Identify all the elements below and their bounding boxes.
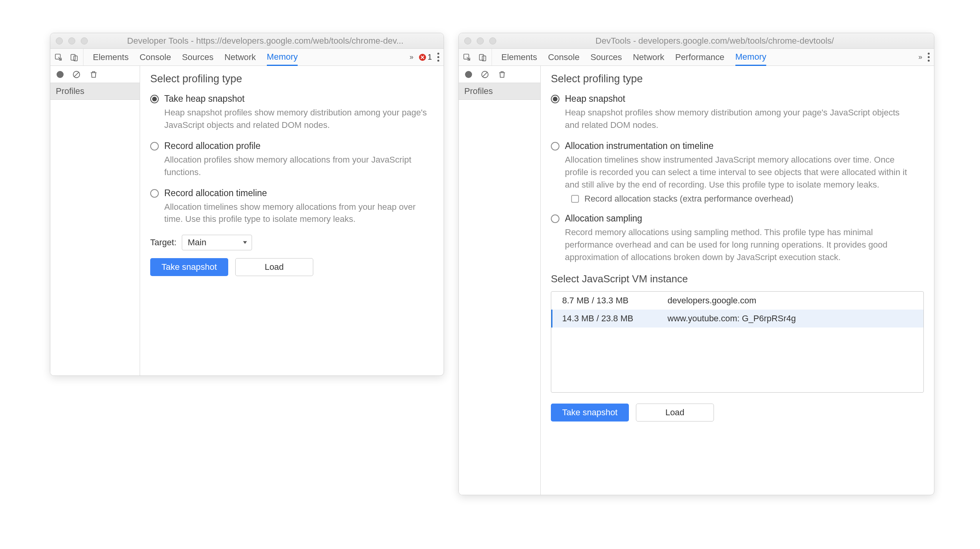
record-allocation-stacks-checkbox[interactable]: Record allocation stacks (extra performa… <box>571 194 924 204</box>
svg-line-9 <box>483 72 488 77</box>
traffic-lights <box>56 37 88 44</box>
option-label: Allocation instrumentation on timeline <box>565 141 714 151</box>
button-row: Take snapshot Load <box>150 258 433 276</box>
panel-body: Profiles Select profiling type Take heap… <box>50 66 444 375</box>
traffic-close[interactable] <box>56 37 63 44</box>
tab-sources[interactable]: Sources <box>182 49 213 66</box>
devtools-window-right: DevTools - developers.google.com/web/too… <box>458 33 934 495</box>
option-allocation-timeline[interactable]: Allocation instrumentation on timeline A… <box>551 141 924 191</box>
heading-select-profiling-type: Select profiling type <box>150 73 433 85</box>
vm-memory: 14.3 MB / 23.8 MB <box>562 313 652 324</box>
heading-select-profiling-type: Select profiling type <box>551 73 924 85</box>
settings-kebab[interactable] <box>928 53 930 62</box>
option-desc: Heap snapshot profiles show memory distr… <box>565 106 916 131</box>
tabs: Elements Console Sources Network Perform… <box>495 49 766 66</box>
tab-elements[interactable]: Elements <box>501 49 537 66</box>
traffic-minimize[interactable] <box>477 37 484 44</box>
option-label: Record allocation profile <box>164 141 261 151</box>
button-row: Take snapshot Load <box>551 404 924 421</box>
traffic-minimize[interactable] <box>68 37 75 44</box>
trash-icon[interactable] <box>498 70 506 79</box>
option-desc: Allocation timelines show memory allocat… <box>164 201 433 226</box>
main-content: Select profiling type Take heap snapshot… <box>140 66 444 375</box>
tab-elements[interactable]: Elements <box>93 49 129 66</box>
vm-row[interactable]: 14.3 MB / 23.8 MB www.youtube.com: G_P6r… <box>551 310 923 328</box>
heading-select-vm-instance: Select JavaScript VM instance <box>551 273 924 285</box>
tab-performance[interactable]: Performance <box>675 49 724 66</box>
take-snapshot-button[interactable]: Take snapshot <box>551 404 629 421</box>
sidebar-toolbar <box>50 66 140 83</box>
sidebar: Profiles <box>459 66 541 495</box>
checkbox-icon[interactable] <box>571 195 579 203</box>
record-icon[interactable] <box>57 71 64 78</box>
tab-memory[interactable]: Memory <box>267 49 298 66</box>
traffic-zoom[interactable] <box>489 37 496 44</box>
tabs: Elements Console Sources Network Memory <box>87 49 298 66</box>
radio-icon[interactable] <box>150 142 159 151</box>
clear-icon[interactable] <box>72 70 81 79</box>
record-icon[interactable] <box>465 71 472 78</box>
more-tabs-icon[interactable]: » <box>918 53 922 61</box>
error-badge[interactable]: ✕ 1 <box>419 53 432 62</box>
option-label: Allocation sampling <box>565 213 642 223</box>
traffic-close[interactable] <box>464 37 471 44</box>
sidebar-toolbar <box>459 66 540 83</box>
radio-icon[interactable] <box>551 142 559 151</box>
option-desc: Heap snapshot profiles show memory distr… <box>164 106 433 131</box>
clear-icon[interactable] <box>481 70 489 79</box>
load-button[interactable]: Load <box>636 404 714 421</box>
tab-network[interactable]: Network <box>633 49 664 66</box>
load-button[interactable]: Load <box>235 258 313 276</box>
option-allocation-profile[interactable]: Record allocation profile Allocation pro… <box>150 141 433 179</box>
inspect-icon[interactable] <box>463 53 471 62</box>
option-label: Record allocation timeline <box>164 188 267 198</box>
radio-icon[interactable] <box>150 95 159 103</box>
settings-kebab[interactable] <box>437 53 440 62</box>
tab-console[interactable]: Console <box>140 49 171 66</box>
option-label: Take heap snapshot <box>164 94 245 104</box>
option-label: Heap snapshot <box>565 94 625 104</box>
radio-icon[interactable] <box>551 95 559 103</box>
target-row: Target: Main <box>150 235 433 250</box>
tab-memory[interactable]: Memory <box>735 49 766 66</box>
inspect-icon[interactable] <box>54 53 63 62</box>
device-toggle-icon[interactable] <box>70 53 78 62</box>
vm-instance-list: 8.7 MB / 13.3 MB developers.google.com 1… <box>551 291 924 393</box>
tab-network[interactable]: Network <box>224 49 256 66</box>
option-desc: Record memory allocations using sampling… <box>565 226 916 264</box>
vm-row[interactable]: 8.7 MB / 13.3 MB developers.google.com <box>551 292 923 310</box>
target-select[interactable]: Main <box>182 235 252 250</box>
vm-origin: developers.google.com <box>668 296 756 306</box>
titlebar: Developer Tools - https://developers.goo… <box>50 33 444 49</box>
radio-icon[interactable] <box>150 189 159 198</box>
option-desc: Allocation profiles show memory allocati… <box>164 154 433 179</box>
window-title: DevTools - developers.google.com/web/too… <box>501 36 929 46</box>
svg-line-4 <box>74 72 79 77</box>
window-title: Developer Tools - https://developers.goo… <box>92 36 438 46</box>
trash-icon[interactable] <box>89 70 98 79</box>
tab-console[interactable]: Console <box>548 49 580 66</box>
sidebar: Profiles <box>50 66 140 375</box>
sidebar-header: Profiles <box>50 83 140 100</box>
tab-sources[interactable]: Sources <box>590 49 622 66</box>
option-allocation-timeline[interactable]: Record allocation timeline Allocation ti… <box>150 188 433 226</box>
sidebar-header: Profiles <box>459 83 540 100</box>
devtools-tabbar: Elements Console Sources Network Memory … <box>50 49 444 66</box>
more-tabs-icon[interactable]: » <box>410 53 414 61</box>
option-allocation-sampling[interactable]: Allocation sampling Record memory alloca… <box>551 213 924 264</box>
svg-rect-1 <box>71 54 75 60</box>
panel-body: Profiles Select profiling type Heap snap… <box>459 66 934 495</box>
vm-memory: 8.7 MB / 13.3 MB <box>562 296 652 306</box>
radio-icon[interactable] <box>551 214 559 223</box>
traffic-zoom[interactable] <box>81 37 88 44</box>
option-heap-snapshot[interactable]: Take heap snapshot Heap snapshot profile… <box>150 94 433 131</box>
traffic-lights <box>464 37 496 44</box>
titlebar: DevTools - developers.google.com/web/too… <box>459 33 934 49</box>
svg-rect-6 <box>479 54 484 60</box>
checkbox-label: Record allocation stacks (extra performa… <box>584 194 794 204</box>
device-toggle-icon[interactable] <box>478 53 487 62</box>
main-content: Select profiling type Heap snapshot Heap… <box>541 66 934 495</box>
take-snapshot-button[interactable]: Take snapshot <box>150 258 228 276</box>
target-label: Target: <box>150 237 176 248</box>
option-heap-snapshot[interactable]: Heap snapshot Heap snapshot profiles sho… <box>551 94 924 131</box>
